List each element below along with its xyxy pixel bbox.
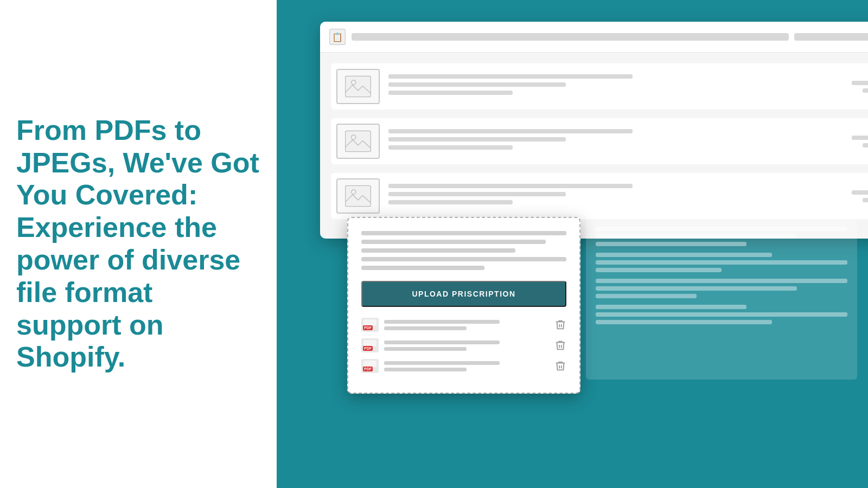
headline-text: From PDFs to JPEGs, We've Got You Covere… xyxy=(16,114,260,374)
file-item: PDF xyxy=(361,338,566,352)
file-name-lines-2 xyxy=(384,341,549,351)
upload-prescription-button[interactable]: UPLOAD PRISCRIPTION xyxy=(361,281,566,307)
upload-description-lines xyxy=(361,231,566,270)
browser-body xyxy=(320,53,868,239)
product-row xyxy=(331,173,868,219)
delete-file-icon-2[interactable] xyxy=(554,339,566,351)
product-row xyxy=(331,63,868,110)
side-info-block-3 xyxy=(596,279,847,298)
file-item: PDF xyxy=(361,318,566,332)
file-item: PDF xyxy=(361,359,566,373)
product-image-3 xyxy=(336,178,380,214)
side-info-block-2 xyxy=(596,253,847,272)
product-image-1 xyxy=(336,69,380,104)
browser-action-buttons xyxy=(794,33,868,41)
svg-rect-4 xyxy=(346,131,371,151)
side-info-block-1 xyxy=(596,227,847,246)
product-image-2 xyxy=(336,124,380,159)
upload-prescription-card: UPLOAD PRISCRIPTION PDF xyxy=(347,217,580,394)
product-info-2 xyxy=(388,129,832,153)
browser-header: 📋 xyxy=(320,22,868,53)
prescription-icon: 📋 xyxy=(329,28,346,46)
side-info-block-4 xyxy=(596,305,847,324)
right-panel: 📋 xyxy=(277,0,868,488)
product-price-1 xyxy=(841,81,868,93)
side-info-panel xyxy=(586,217,857,380)
product-info-3 xyxy=(388,184,832,208)
left-panel: From PDFs to JPEGs, We've Got You Covere… xyxy=(0,0,277,488)
svg-rect-6 xyxy=(346,185,371,206)
browser-mockup-card: 📋 xyxy=(320,22,868,239)
product-row xyxy=(331,118,868,164)
pdf-file-icon: PDF xyxy=(361,318,379,332)
product-price-3 xyxy=(841,190,868,202)
delete-file-icon-1[interactable] xyxy=(554,319,566,331)
pdf-file-icon: PDF xyxy=(361,359,379,373)
svg-rect-2 xyxy=(346,76,371,97)
file-name-lines-1 xyxy=(384,320,549,330)
product-info-1 xyxy=(388,74,832,99)
address-bar xyxy=(352,33,789,41)
delete-file-icon-3[interactable] xyxy=(554,360,566,372)
svg-text:📋: 📋 xyxy=(332,32,343,42)
pdf-file-icon: PDF xyxy=(361,338,379,352)
product-price-2 xyxy=(841,136,868,147)
file-name-lines-3 xyxy=(384,361,549,371)
